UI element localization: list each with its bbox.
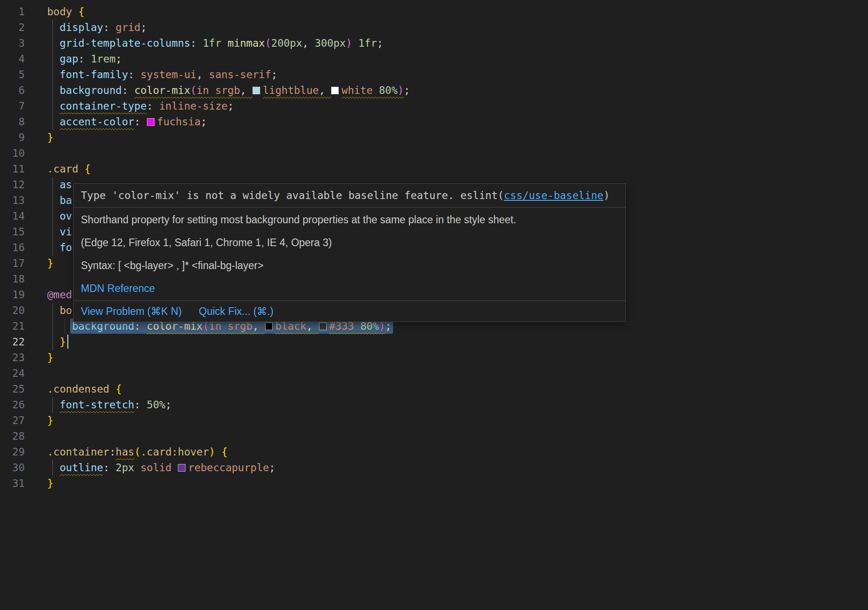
code-line-content: ba (47, 193, 72, 208)
code-token: 80% (379, 84, 398, 96)
code-line[interactable]: 27} (0, 413, 868, 429)
indent-guide (47, 177, 60, 193)
code-line[interactable]: 29.container:has(.card:hover) { (0, 444, 868, 460)
line-number[interactable]: 5 (0, 67, 25, 83)
line-number[interactable]: 7 (0, 98, 25, 114)
line-number[interactable]: 20 (0, 303, 25, 318)
indent-guide (47, 460, 60, 476)
line-number[interactable]: 11 (0, 161, 25, 177)
code-line[interactable]: 7container-type: inline-size; (0, 98, 868, 114)
line-number[interactable]: 17 (0, 256, 25, 271)
code-token: : (109, 446, 115, 458)
code-token: .container (47, 446, 109, 458)
warning-squiggle-group: font-stretch (60, 399, 134, 411)
code-token: as (60, 179, 72, 190)
line-number[interactable]: 12 (0, 177, 25, 193)
code-line-content: bo (47, 303, 72, 318)
line-number[interactable]: 29 (0, 444, 25, 460)
code-line-content: gap: 1rem; (47, 51, 122, 67)
code-line[interactable]: 31} (0, 476, 868, 491)
code-line[interactable]: 2display: grid; (0, 20, 868, 35)
code-line-content: grid-template-columns: 1fr minmax(200px,… (47, 35, 383, 51)
indent-guide (47, 51, 60, 67)
color-swatch[interactable] (319, 323, 327, 330)
indent-guide (47, 224, 60, 240)
code-token: ( (134, 446, 141, 458)
code-line[interactable]: 26font-stretch: 50%; (0, 397, 868, 413)
code-line-content: background: color-mix(in srgb, lightblue… (47, 83, 410, 98)
color-swatch[interactable] (252, 87, 260, 94)
code-line[interactable]: 11.card { (0, 161, 868, 177)
line-number[interactable]: 18 (0, 271, 25, 287)
line-number[interactable]: 9 (0, 130, 25, 146)
code-line[interactable]: 10 (0, 146, 868, 161)
indent-guide (47, 35, 60, 51)
code-line[interactable]: 24 (0, 366, 868, 381)
mdn-reference-link[interactable]: MDN Reference (81, 283, 155, 294)
line-number[interactable]: 4 (0, 51, 25, 67)
code-line[interactable]: 30outline: 2px solid rebeccapurple; (0, 460, 868, 476)
line-number[interactable]: 16 (0, 240, 25, 256)
code-token: ; (201, 116, 207, 128)
code-token (215, 446, 221, 458)
line-number[interactable]: 2 (0, 20, 25, 35)
indent-guide (47, 318, 60, 334)
code-line-content: body { (47, 4, 84, 20)
code-token: container-type (60, 100, 147, 112)
line-number[interactable]: 31 (0, 476, 25, 491)
code-token: ; (141, 22, 147, 33)
code-line-content: display: grid; (47, 20, 147, 35)
line-number[interactable]: 8 (0, 114, 25, 130)
line-number[interactable]: 21 (0, 318, 25, 334)
line-number[interactable]: 3 (0, 35, 25, 51)
color-swatch[interactable] (147, 118, 155, 126)
code-token: .condensed (47, 383, 115, 395)
line-number[interactable]: 22 (0, 334, 25, 350)
code-token: { (84, 163, 91, 175)
quick-fix-link[interactable]: Quick Fix... (⌘.) (199, 305, 274, 318)
line-number[interactable]: 6 (0, 83, 25, 98)
code-token: ) (398, 84, 404, 96)
line-number[interactable]: 23 (0, 350, 25, 366)
code-line[interactable]: 9} (0, 130, 868, 146)
line-number[interactable]: 30 (0, 460, 25, 476)
line-number[interactable]: 27 (0, 413, 25, 429)
line-number[interactable]: 10 (0, 146, 25, 161)
code-line[interactable]: 28 (0, 429, 868, 444)
line-number[interactable]: 26 (0, 397, 25, 413)
line-number[interactable]: 15 (0, 224, 25, 240)
line-number[interactable]: 24 (0, 366, 25, 381)
line-number[interactable]: 25 (0, 381, 25, 397)
line-number[interactable]: 13 (0, 193, 25, 208)
line-number[interactable]: 28 (0, 429, 25, 444)
color-swatch[interactable] (331, 87, 339, 94)
code-line[interactable]: 4gap: 1rem; (0, 51, 868, 67)
code-token: } (47, 132, 53, 143)
line-number[interactable]: 14 (0, 208, 25, 224)
code-line[interactable]: 22} (0, 334, 868, 350)
view-problem-link[interactable]: View Problem (⌘K N) (81, 305, 182, 318)
indent-guide (47, 67, 60, 83)
code-token: ) (346, 37, 352, 49)
code-token: 1fr (352, 37, 377, 49)
code-token: body (47, 6, 78, 18)
color-swatch[interactable] (265, 323, 273, 330)
code-line[interactable]: 25.condensed { (0, 381, 868, 397)
hover-docs: Shorthand property for setting most back… (74, 208, 625, 295)
line-number[interactable]: 1 (0, 4, 25, 20)
code-line[interactable]: 1body { (0, 4, 868, 20)
code-line-content: } (47, 476, 53, 491)
syntax-line: Syntax: [ <bg-layer> , ]* <final-bg-laye… (81, 259, 618, 272)
warning-squiggle-group: container-type (60, 100, 147, 112)
code-line[interactable]: 3grid-template-columns: 1fr minmax(200px… (0, 35, 868, 51)
eslint-rule-link[interactable]: css/use-baseline (504, 190, 604, 201)
code-token: } (47, 352, 53, 363)
code-line-content: .condensed { (47, 381, 122, 397)
code-token: @med (47, 289, 72, 301)
code-line[interactable]: 8accent-color: fuchsia; (0, 114, 868, 130)
code-line[interactable]: 23} (0, 350, 868, 366)
color-swatch[interactable] (178, 464, 186, 472)
code-line[interactable]: 5font-family: system-ui, sans-serif; (0, 67, 868, 83)
code-line[interactable]: 6background: color-mix(in srgb, lightblu… (0, 83, 868, 98)
line-number[interactable]: 19 (0, 287, 25, 303)
